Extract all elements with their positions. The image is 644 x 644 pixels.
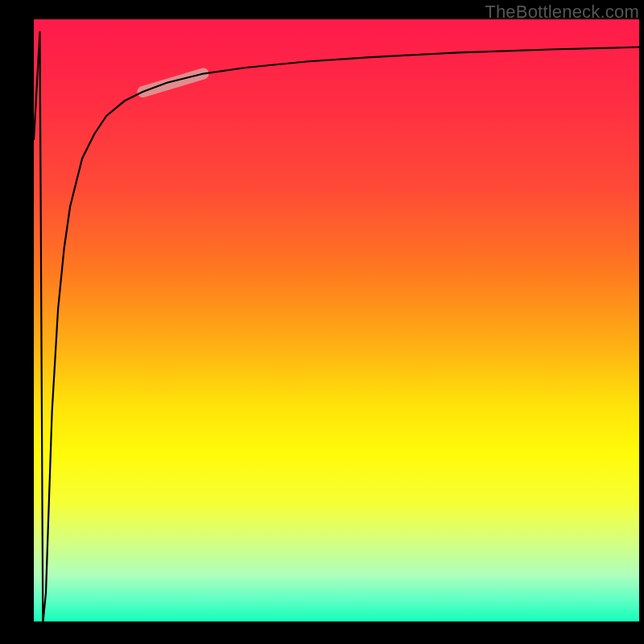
x-axis: [32, 621, 639, 623]
chart-container: TheBottleneck.com: [0, 0, 644, 644]
chart-svg: [34, 19, 639, 623]
watermark-text: TheBottleneck.com: [485, 2, 639, 23]
y-axis: [32, 19, 34, 623]
curve-line: [34, 31, 639, 623]
